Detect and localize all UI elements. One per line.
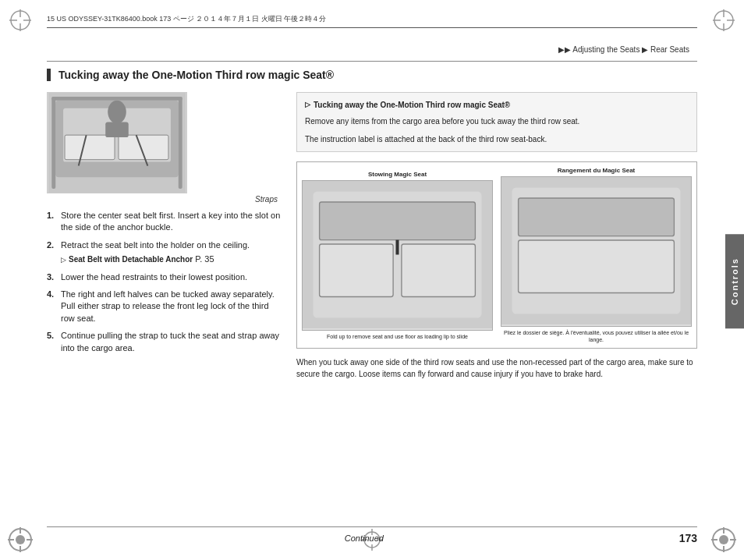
step-3: 3. Lower the head restraints to their lo… (47, 271, 281, 283)
corner-bottom-right (710, 526, 738, 554)
step-2-ref: ▷ Seat Belt with Detachable Anchor P. 35 (47, 253, 281, 265)
svg-rect-47 (519, 240, 675, 293)
file-info: 15 US ODYSSEY-31TK86400.book 173 ページ ２０１… (47, 14, 326, 24)
right-column: ▷ Tucking away the One-Motion Third row … (296, 92, 697, 380)
warning-text: When you tuck away one side of the third… (296, 356, 697, 380)
svg-rect-38 (179, 97, 182, 189)
breadcrumb: ▶▶ Adjusting the Seats ▶ Rear Seats (558, 45, 689, 54)
svg-rect-36 (51, 97, 182, 101)
breadcrumb-prefix: ▶▶ (558, 45, 571, 54)
breadcrumb-part1: Adjusting the Seats (572, 45, 639, 54)
svg-rect-37 (51, 97, 55, 189)
diagram-left: Stowing Magic Seat Fol (302, 171, 493, 340)
footer-page-number: 173 (679, 532, 697, 544)
svg-rect-41 (320, 244, 394, 297)
header-divider (47, 61, 697, 62)
diagram-right-sub: Pliez le dossier de siège. À l'éventuali… (501, 327, 692, 343)
title-bar-decoration (47, 69, 51, 81)
steps-list: 1. Store the center seat belt first. Ins… (47, 210, 281, 354)
diagram-right-image (501, 176, 692, 327)
svg-point-11 (16, 535, 25, 544)
corner-top-left (6, 6, 34, 34)
diagram-left-label: Stowing Magic Seat (368, 171, 427, 178)
note-para-1: Remove any items from the cargo area bef… (305, 115, 689, 127)
car-image (47, 92, 187, 193)
top-meta-bar: 15 US ODYSSEY-31TK86400.book 173 ページ ２０１… (47, 14, 697, 28)
breadcrumb-part2: Rear Seats (650, 45, 689, 54)
image-caption: Straps (47, 195, 278, 204)
content-columns: Straps 1. Store the center seat belt fir… (47, 92, 697, 380)
step-2: 2. Retract the seat belt into the holder… (47, 239, 281, 251)
footer: Continued 173 (47, 526, 697, 544)
svg-rect-42 (402, 244, 476, 297)
step-1: 1. Store the center seat belt first. Ins… (47, 210, 281, 234)
svg-point-34 (108, 101, 126, 124)
diagram-right-label: Rangement du Magic Seat (558, 167, 636, 174)
magic-seat-diagram: Stowing Magic Seat Fol (296, 161, 697, 349)
section-title: Tucking away the One-Motion Third row ma… (47, 69, 697, 81)
note-box: ▷ Tucking away the One-Motion Third row … (296, 92, 697, 152)
svg-rect-43 (320, 202, 476, 240)
diagram-left-image (302, 180, 493, 331)
corner-bottom-left (6, 526, 34, 554)
svg-rect-30 (65, 135, 115, 160)
step-5: 5. Continue pulling the strap to tuck th… (47, 330, 281, 354)
diagram-right: Rangement du Magic Seat Pliez le dossier… (501, 167, 692, 343)
breadcrumb-separator: ▶ (642, 45, 648, 54)
left-column: Straps 1. Store the center seat belt fir… (47, 92, 281, 380)
note-title: ▷ Tucking away the One-Motion Third row … (305, 99, 689, 111)
svg-rect-48 (519, 198, 675, 236)
diagram-left-sub: Fold up to remove seat and use floor as … (327, 331, 468, 340)
controls-tab: Controls (725, 234, 744, 328)
footer-continued: Continued (49, 533, 679, 543)
main-content: Tucking away the One-Motion Third row ma… (47, 69, 697, 517)
corner-top-right (710, 6, 738, 34)
svg-rect-35 (105, 122, 129, 137)
svg-point-17 (719, 535, 728, 544)
step-4: 4. The right and left halves can be tuck… (47, 289, 281, 324)
note-para-2: The instruction label is attached at the… (305, 133, 689, 145)
